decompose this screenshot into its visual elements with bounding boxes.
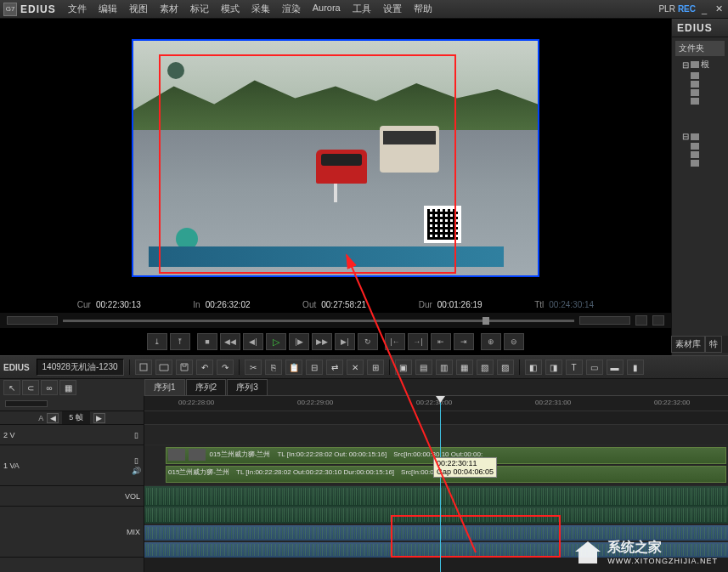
end-button[interactable]: ▶| [335, 333, 355, 350]
tool-grid[interactable]: ▦ [59, 380, 76, 395]
tree-item[interactable] [675, 71, 725, 80]
tool-title[interactable]: T [566, 360, 583, 375]
tree-item[interactable] [675, 88, 725, 97]
tool-ripple[interactable]: ⇄ [326, 360, 343, 375]
loop-button[interactable]: ↻ [358, 333, 378, 350]
scrub-bar[interactable] [0, 313, 671, 328]
set-out-button[interactable]: ⇥ [454, 333, 474, 350]
video-icon[interactable]: ▯ [132, 431, 140, 439]
insert-button[interactable]: ⊕ [481, 333, 501, 350]
tool-undo[interactable]: ↶ [196, 360, 213, 375]
tool-b[interactable]: ▤ [415, 360, 432, 375]
tool-arrow[interactable]: ↖ [3, 380, 20, 395]
tree-root[interactable]: ⊟ 根 [675, 58, 725, 71]
tool-f[interactable]: ▨ [497, 360, 514, 375]
tool-k[interactable]: ▮ [627, 360, 644, 375]
shuttle-left[interactable] [7, 316, 58, 325]
track-header-v2[interactable]: 2 V ▯ [0, 425, 144, 445]
tool-i[interactable]: ▭ [586, 360, 603, 375]
scrub-head[interactable] [483, 317, 489, 325]
tool-copy[interactable]: ⎘ [265, 360, 282, 375]
menu-aurora[interactable]: Aurora [308, 1, 346, 17]
tree-item[interactable] [675, 150, 725, 159]
tc-dur[interactable]: 00:01:26:19 [437, 300, 483, 309]
overwrite-button[interactable]: ⊖ [504, 333, 524, 350]
rewind-button[interactable]: ◀◀ [220, 333, 240, 350]
seq-tab-1[interactable]: 序列1 [144, 379, 185, 395]
time-ruler[interactable]: 00:22:28:00 00:22:29:00 00:22:30:00 00:2… [144, 396, 728, 411]
tool-d[interactable]: ▦ [456, 360, 473, 375]
speaker-icon[interactable]: 🔊 [132, 467, 140, 475]
tree-item[interactable] [675, 142, 725, 150]
track-vol[interactable] [144, 486, 728, 507]
tool-h[interactable]: ◨ [545, 360, 562, 375]
track-header-mix[interactable]: a 1 2 MIX [0, 507, 144, 558]
tool-j[interactable]: ▬ [607, 360, 624, 375]
tool-cut[interactable]: ✂ [245, 360, 262, 375]
shuttle-right[interactable] [579, 316, 630, 325]
tc-cur[interactable]: 00:22:30:13 [96, 300, 141, 309]
set-in-button[interactable]: ⇤ [431, 333, 451, 350]
tool-g[interactable]: ◧ [525, 360, 542, 375]
tc-in[interactable]: 00:26:32:02 [206, 300, 251, 309]
tool-magnet[interactable]: ⊂ [22, 380, 39, 395]
video-icon[interactable]: ▯ [132, 456, 140, 465]
scrub-prev[interactable] [635, 315, 647, 326]
zoom-in[interactable]: ▶ [93, 413, 105, 423]
seq-tab-3[interactable]: 序列3 [227, 379, 268, 395]
menu-tools[interactable]: 工具 [347, 1, 376, 17]
tool-redo[interactable]: ↷ [217, 360, 234, 375]
menu-capture[interactable]: 采集 [246, 1, 275, 17]
sequence-name[interactable]: 140928无机油-1230 [37, 359, 124, 376]
scrub-track[interactable] [63, 320, 574, 322]
tool-c[interactable]: ▥ [436, 360, 453, 375]
playhead[interactable] [440, 396, 441, 572]
menu-edit[interactable]: 编辑 [93, 1, 122, 17]
menu-view[interactable]: 视图 [124, 1, 153, 17]
tc-ttl[interactable]: 00:24:30:14 [549, 300, 594, 309]
tree-item[interactable] [675, 97, 725, 105]
tool-split[interactable]: ⊟ [306, 360, 323, 375]
goto-out-button[interactable]: →| [408, 333, 428, 350]
tool-delete[interactable]: ✕ [347, 360, 364, 375]
tool-group[interactable]: ⊞ [367, 360, 384, 375]
mark-in-button[interactable]: ⤓ [147, 333, 167, 350]
mark-out-button[interactable]: ⤒ [170, 333, 190, 350]
seq-tab-2[interactable]: 序列2 [186, 379, 227, 395]
menu-file[interactable]: 文件 [63, 1, 92, 17]
tool-e[interactable]: ▧ [477, 360, 494, 375]
track-header-va1[interactable]: v 1 VA ▯ 🔊 [0, 445, 144, 486]
tool-link[interactable]: ∞ [41, 380, 58, 395]
stop-button[interactable]: ■ [197, 333, 217, 350]
close-button[interactable]: ✕ [713, 3, 725, 15]
goto-in-button[interactable]: |← [385, 333, 405, 350]
tool-a[interactable]: ▣ [395, 360, 412, 375]
zoom-value[interactable]: 5 帧 [62, 411, 90, 424]
tab-bin[interactable]: 素材库 [671, 336, 705, 353]
tree-item[interactable] [675, 80, 725, 88]
tab-effects[interactable]: 特 [705, 336, 722, 353]
minimize-button[interactable]: _ [698, 3, 710, 15]
menu-marker[interactable]: 标记 [185, 1, 214, 17]
menu-render[interactable]: 渲染 [277, 1, 306, 17]
tc-out[interactable]: 00:27:58:21 [321, 300, 366, 309]
menu-clip[interactable]: 素材 [155, 1, 183, 17]
tree-group[interactable]: ⊟ [675, 131, 725, 142]
menu-help[interactable]: 帮助 [409, 1, 437, 17]
play-button[interactable]: ▷ [266, 333, 286, 350]
scale-bar[interactable] [0, 396, 144, 411]
next-frame-button[interactable]: |▶ [289, 333, 309, 350]
fast-forward-button[interactable]: ▶▶ [312, 333, 332, 350]
preview-monitor[interactable] [132, 39, 539, 277]
menu-mode[interactable]: 模式 [216, 1, 245, 17]
track-header-vol[interactable]: VOL [0, 486, 144, 507]
zoom-out[interactable]: ◀ [47, 413, 59, 423]
tool-open[interactable] [155, 360, 172, 375]
tool-save[interactable] [176, 360, 193, 375]
scrub-next[interactable] [652, 315, 664, 326]
tool-new[interactable] [135, 360, 152, 375]
tool-paste[interactable]: 📋 [285, 360, 302, 375]
track-v2[interactable] [144, 425, 728, 445]
menu-settings[interactable]: 设置 [378, 1, 407, 17]
tree-item[interactable] [675, 159, 725, 167]
